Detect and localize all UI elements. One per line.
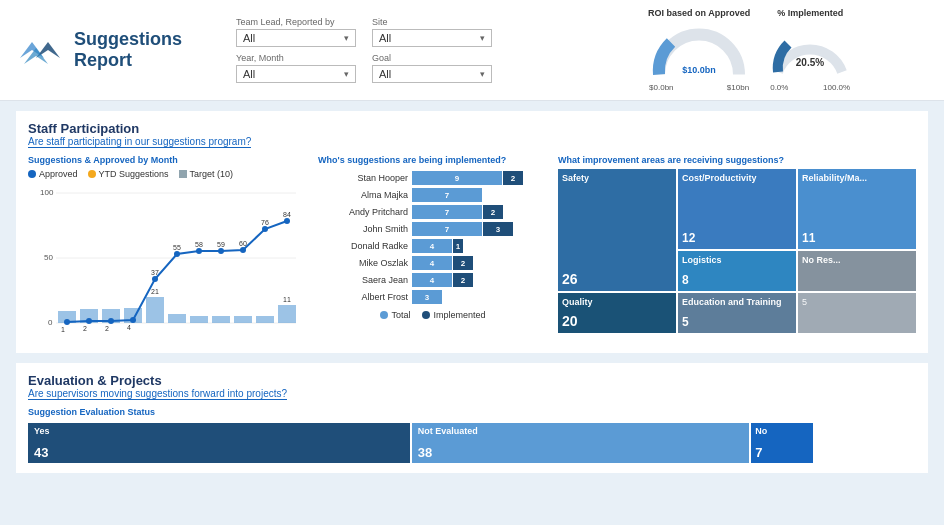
svg-text:84: 84 [283,211,291,218]
hbar-stan: Stan Hooper 9 2 [318,171,548,185]
site-label: Site [372,17,492,27]
svg-point-22 [64,319,70,325]
line-chart-legend: Approved YTD Suggestions Target (10) [28,169,308,179]
hbar-andy: Andy Pritchard 7 2 [318,205,548,219]
svg-text:0: 0 [48,318,53,327]
svg-text:1: 1 [61,326,65,333]
filter-row-2: Year, Month All ▾ Goal All ▾ [236,53,628,83]
svg-text:100: 100 [40,188,54,197]
staff-title: Staff Participation [28,121,916,136]
treemap-safety: Safety 26 [558,169,676,291]
roi-title: ROI based on Approved [648,8,750,18]
hbar-impl-stan: 2 [503,171,523,185]
legend-ytd: YTD Suggestions [88,169,169,179]
svg-point-27 [174,251,180,257]
content-area[interactable]: Staff Participation Are staff participat… [0,101,944,525]
hbar-impl-mike: 2 [453,256,473,270]
svg-text:59: 59 [217,241,225,248]
eval-no: No 7 [751,423,813,463]
areas-chart-title: What improvement areas are receiving sug… [558,155,916,165]
svg-text:60: 60 [239,240,247,247]
site-select[interactable]: All ▾ [372,29,492,47]
svg-text:76: 76 [261,219,269,226]
treemap-nores: No Res... [798,251,916,291]
svg-text:55: 55 [173,244,181,251]
svg-text:37: 37 [151,269,159,276]
hbar-impl-john: 3 [483,222,513,236]
year-month-select[interactable]: All ▾ [236,65,356,83]
treemap-nores2: 5 [798,293,916,333]
hbar-saera: Saera Jean 4 2 [318,273,548,287]
year-month-chevron-icon: ▾ [344,69,349,79]
svg-text:2: 2 [105,325,109,332]
team-lead-filter: Team Lead, Reported by All ▾ [236,17,356,47]
eval-subtitle: Are supervisors moving suggestions forwa… [28,388,916,399]
hbar-total-stan: 9 [412,171,502,185]
hbar-john: John Smith 7 3 [318,222,548,236]
hbar-total-saera: 4 [412,273,452,287]
treemap-logistics: Logistics 8 [678,251,796,291]
who-legend-total: Total [380,310,410,320]
treemap-education: Education and Training 5 [678,293,796,333]
legend-target: Target (10) [179,169,234,179]
svg-point-30 [240,247,246,253]
site-chevron-icon: ▾ [480,33,485,43]
svg-point-31 [262,226,268,232]
header: Suggestions Report Team Lead, Reported b… [0,0,944,101]
hbar-bars-donald: 4 1 [412,239,463,253]
team-lead-select[interactable]: All ▾ [236,29,356,47]
hbar-impl-saera: 2 [453,273,473,287]
svg-rect-19 [234,316,252,323]
goal-select[interactable]: All ▾ [372,65,492,83]
hbar-total-donald: 4 [412,239,452,253]
year-month-label: Year, Month [236,53,356,63]
filter-row-1: Team Lead, Reported by All ▾ Site All ▾ [236,17,628,47]
who-legend: Total Implemented [318,310,548,320]
svg-point-24 [108,318,114,324]
hbar-label-mike: Mike Oszlak [318,258,408,268]
hbar-label-donald: Donald Radke [318,241,408,251]
hbar-label-albert: Albert Frost [318,292,408,302]
svg-point-28 [196,248,202,254]
svg-text:50: 50 [44,253,53,262]
hbar-label-andy: Andy Pritchard [318,207,408,217]
roi-gauge: $10.0bn [649,22,749,82]
roi-kpi: ROI based on Approved $10.0bn $0.0bn $10… [648,8,750,92]
pct-title: % Implemented [777,8,843,18]
svg-point-32 [284,218,290,224]
svg-rect-16 [168,314,186,323]
hbar-mike: Mike Oszlak 4 2 [318,256,548,270]
svg-point-25 [130,317,136,323]
eval-title: Evaluation & Projects [28,373,916,388]
hbar-bars-john: 7 3 [412,222,513,236]
treemap-reliability: Reliability/Ma... 11 [798,169,916,249]
app-container: Suggestions Report Team Lead, Reported b… [0,0,944,525]
report-title: Suggestions Report [74,29,182,71]
eval-bar: Yes 43 Not Evaluated 38 No 7 [28,423,916,463]
svg-rect-15 [146,297,164,323]
eval-yes: Yes 43 [28,423,410,463]
treemap: Safety 26 Cost/Productivity 12 Reliabili… [558,169,916,334]
goal-filter: Goal All ▾ [372,53,492,83]
hbar-bars-alma: 7 [412,188,482,202]
goal-chevron-icon: ▾ [480,69,485,79]
areas-chart-panel: What improvement areas are receiving sug… [558,155,916,343]
hbar-total-albert: 3 [412,290,442,304]
staff-subtitle: Are staff participating in our suggestio… [28,136,916,147]
pct-gauge-labels: 0.0% 100.0% [770,83,850,92]
team-lead-label: Team Lead, Reported by [236,17,356,27]
hbar-total-mike: 4 [412,256,452,270]
svg-rect-17 [190,316,208,323]
hbar-label-stan: Stan Hooper [318,173,408,183]
hbar-impl-andy: 2 [483,205,503,219]
charts-row: Suggestions & Approved by Month Approved… [28,155,916,343]
line-chart: 100 50 0 [28,183,308,343]
treemap-cost: Cost/Productivity 12 [678,169,796,249]
svg-text:58: 58 [195,241,203,248]
team-lead-chevron-icon: ▾ [344,33,349,43]
who-chart-title: Who's suggestions are being implemented? [318,155,548,165]
hbar-bars-albert: 3 [412,290,442,304]
svg-text:21: 21 [151,288,159,295]
hbar-label-alma: Alma Majka [318,190,408,200]
who-bar-chart: Stan Hooper 9 2 Alma Majka 7 [318,171,548,304]
